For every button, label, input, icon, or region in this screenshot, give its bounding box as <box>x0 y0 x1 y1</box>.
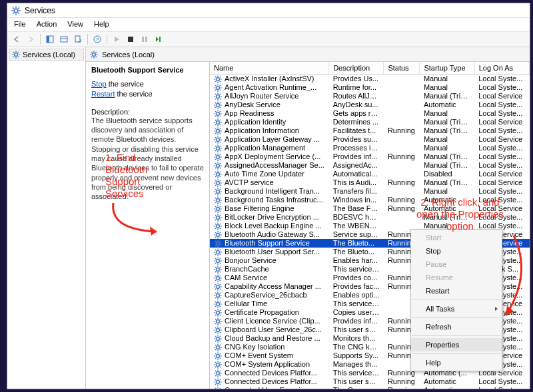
context-menu-help[interactable]: Help <box>411 356 502 369</box>
table-row[interactable]: Application Layer Gateway ...Provides su… <box>210 135 530 144</box>
properties-toolbar-button[interactable] <box>57 33 71 46</box>
context-menu-separator <box>412 299 501 300</box>
service-status <box>384 187 420 196</box>
table-row[interactable]: Base Filtering EngineThe Base Fil...Runn… <box>210 204 530 213</box>
service-status <box>384 83 420 92</box>
show-hide-tree-button[interactable] <box>43 33 57 46</box>
service-startup: Automatic <box>420 386 474 389</box>
service-description: The Base Fil... <box>329 204 384 213</box>
column-header[interactable]: Startup Type <box>420 62 474 75</box>
service-name: Cellular Time <box>225 299 267 308</box>
service-gear-icon <box>214 75 222 83</box>
restart-service-button[interactable] <box>152 33 165 46</box>
export-button[interactable] <box>71 33 85 46</box>
service-description: The CNG ke... <box>329 343 384 351</box>
service-logon: Local Syste... <box>474 83 529 92</box>
svg-rect-10 <box>47 36 49 43</box>
table-row[interactable]: Auto Time Zone UpdaterAutomatical...Disa… <box>210 170 530 178</box>
service-logon: Local Syste... <box>474 152 529 161</box>
detail-service-title: Bluetooth Support Service <box>91 66 204 74</box>
service-logon: Local Service <box>474 135 529 144</box>
gear-icon <box>12 51 20 59</box>
context-menu-properties[interactable]: Properties <box>411 338 502 351</box>
service-status <box>384 161 420 170</box>
service-gear-icon <box>214 378 222 386</box>
service-gear-icon <box>214 196 222 204</box>
column-header[interactable]: Log On As <box>474 62 529 75</box>
menu-action[interactable]: Action <box>31 18 63 31</box>
table-row[interactable]: Application ManagementProcesses in...Man… <box>210 144 530 152</box>
service-logon: Local Service <box>474 92 529 100</box>
table-row[interactable]: Application InformationFacilitates t...R… <box>210 126 530 135</box>
context-menu-all-tasks[interactable]: All Tasks <box>411 302 502 315</box>
service-name: COM+ System Application <box>225 360 310 369</box>
table-row[interactable]: Connected User Experienc...The Connec...… <box>210 386 530 389</box>
table-row[interactable]: AnyDesk ServiceAnyDesk su...AutomaticLoc… <box>210 100 530 109</box>
service-description: The Blueto... <box>329 239 384 248</box>
help-button[interactable]: ? <box>91 33 104 46</box>
svg-text:?: ? <box>96 37 99 43</box>
column-header[interactable]: Name <box>210 62 329 75</box>
service-description: Processes in... <box>329 144 384 152</box>
service-gear-icon <box>214 369 222 377</box>
table-row[interactable]: Agent Activation Runtime_...Runtime for.… <box>210 83 530 92</box>
menu-help[interactable]: Help <box>89 18 115 31</box>
service-description: Automatical... <box>329 170 384 178</box>
menu-file[interactable]: File <box>9 18 31 31</box>
service-status: Running <box>384 178 420 187</box>
table-row[interactable]: BitLocker Drive Encryption ...BDESVC hos… <box>210 213 530 222</box>
service-logon: Local Syste... <box>474 386 529 389</box>
services-app-icon <box>11 6 21 15</box>
service-gear-icon <box>214 84 222 92</box>
description-label: Description: <box>91 108 204 116</box>
service-name: COM+ Event System <box>225 351 293 360</box>
service-name: Clipboard User Service_26c... <box>225 325 322 334</box>
context-menu-stop[interactable]: Stop <box>411 244 502 258</box>
column-header[interactable]: Status <box>384 62 420 75</box>
table-row[interactable]: AppX Deployment Service (...Provides inf… <box>210 152 530 161</box>
start-service-button[interactable] <box>110 33 123 46</box>
table-row[interactable]: Connected Devices Platfor...This user se… <box>210 377 530 386</box>
table-row[interactable]: AVCTP serviceThis is Audi...RunningManua… <box>210 178 530 187</box>
stop-service-button[interactable] <box>124 33 137 46</box>
table-row[interactable]: AssignedAccessManager Se...AssignedAc...… <box>210 161 530 170</box>
table-row[interactable]: Background Tasks Infrastruc...Windows in… <box>210 196 530 204</box>
service-logon: Local Syste... <box>474 100 529 109</box>
back-button[interactable] <box>10 33 23 46</box>
column-header[interactable]: Description <box>329 62 384 75</box>
service-logon: Local Service <box>474 178 529 187</box>
service-gear-icon <box>214 222 222 230</box>
service-gear-icon <box>214 118 222 126</box>
description-text: The Bluetooth service supports discovery… <box>91 116 204 202</box>
service-gear-icon <box>214 257 222 265</box>
service-name: AppX Deployment Service (... <box>225 152 320 161</box>
service-gear-icon <box>214 317 222 325</box>
context-menu-refresh[interactable]: Refresh <box>411 320 502 333</box>
pause-service-button[interactable] <box>138 33 151 46</box>
service-description: This user ser... <box>329 377 384 386</box>
service-gear-icon <box>214 127 222 135</box>
service-name: Connected User Experienc... <box>225 386 318 389</box>
service-description: AssignedAc... <box>329 161 384 170</box>
service-logon: Local Syste... <box>474 126 529 135</box>
tree-node-services-local[interactable]: Services (Local) <box>9 49 84 61</box>
svg-rect-18 <box>145 37 147 42</box>
table-row[interactable]: App ReadinessGets apps re...ManualLocal … <box>210 109 530 118</box>
service-description: Provides inf... <box>329 152 384 161</box>
service-startup: Automatic <box>420 204 474 213</box>
table-row[interactable]: AllJoyn Router ServiceRoutes AllJo...Man… <box>210 92 530 100</box>
table-row[interactable]: Application IdentityDetermines ...Manual… <box>210 118 530 126</box>
table-row[interactable]: Background Intelligent Tran...Transfers … <box>210 187 530 196</box>
stop-link[interactable]: Stop <box>91 80 107 88</box>
context-menu-restart[interactable]: Restart <box>411 284 502 297</box>
forward-button[interactable] <box>24 33 37 46</box>
menu-view[interactable]: View <box>62 18 89 31</box>
table-row[interactable]: ActiveX Installer (AxInstSV)Provides Us.… <box>210 75 530 84</box>
service-logon: Local Syste... <box>474 187 529 196</box>
restart-link[interactable]: Restart <box>91 90 115 98</box>
service-description: Copies user ... <box>329 308 384 317</box>
gear-icon <box>90 51 98 59</box>
service-startup: Manual <box>420 83 474 92</box>
service-gear-icon <box>214 292 222 299</box>
service-status <box>384 135 420 144</box>
